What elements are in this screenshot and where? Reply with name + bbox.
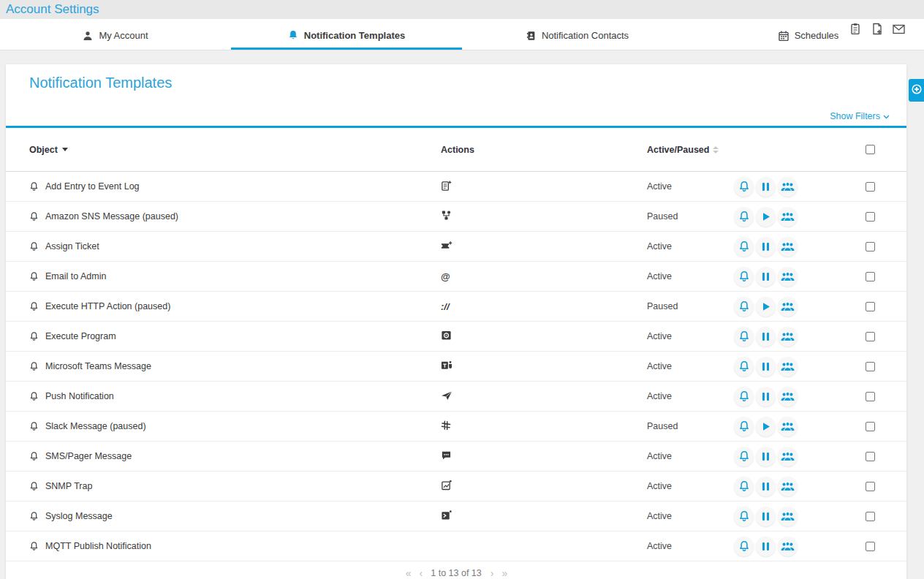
row-checkbox[interactable] — [866, 272, 875, 281]
status-text: Active — [641, 241, 732, 251]
row-checkbox[interactable] — [866, 362, 875, 371]
template-name-cell[interactable]: Execute HTTP Action (paused) — [6, 301, 436, 311]
next-page-button[interactable]: › — [491, 567, 493, 579]
test-notification-button[interactable] — [734, 297, 754, 317]
show-filters-link[interactable]: Show Filters — [830, 111, 890, 121]
bell-outline-icon — [29, 181, 39, 192]
resume-button[interactable] — [756, 207, 776, 227]
test-notification-button[interactable] — [734, 417, 754, 436]
teams-icon — [441, 360, 452, 373]
used-by-button[interactable] — [778, 267, 798, 287]
table-body: Add Entry to Event Log Active Amazon SNS… — [6, 172, 906, 561]
table-row: Syslog Message Active — [6, 502, 906, 531]
row-checkbox[interactable] — [866, 512, 875, 521]
pause-button[interactable] — [756, 327, 776, 347]
table-row: SMS/Pager Message Active — [6, 442, 906, 472]
row-checkbox[interactable] — [866, 302, 875, 311]
row-checkbox[interactable] — [866, 542, 875, 551]
row-checkbox[interactable] — [866, 182, 875, 192]
template-name-cell[interactable]: Execute Program — [6, 331, 436, 341]
resume-button[interactable] — [756, 417, 776, 436]
test-notification-button[interactable] — [734, 447, 754, 466]
column-header-active-paused[interactable]: Active/Paused — [641, 145, 732, 155]
pause-button[interactable] — [756, 477, 776, 496]
add-notification-template-button[interactable] — [909, 79, 924, 102]
template-name-cell[interactable]: Email to Admin — [6, 271, 436, 281]
test-notification-button[interactable] — [734, 507, 754, 526]
row-checkbox[interactable] — [866, 392, 875, 401]
test-notification-button[interactable] — [734, 237, 754, 257]
table-row: Add Entry to Event Log Active — [6, 172, 906, 202]
template-name-cell[interactable]: Assign Ticket — [6, 241, 436, 251]
used-by-button[interactable] — [778, 537, 798, 556]
used-by-button[interactable] — [778, 297, 798, 317]
column-header-object[interactable]: Object — [6, 145, 436, 155]
table-row: MQTT Publish Notification Active — [6, 531, 906, 561]
template-name-cell[interactable]: Amazon SNS Message (paused) — [6, 211, 436, 222]
row-action-buttons — [732, 507, 814, 526]
account-settings-screen: Account Settings My Account Notification… — [0, 0, 924, 579]
row-checkbox[interactable] — [866, 332, 875, 341]
tab-notification-templates[interactable]: Notification Templates — [231, 19, 462, 50]
action-type-cell: @ — [436, 271, 641, 282]
row-checkbox[interactable] — [866, 242, 875, 251]
template-name-cell[interactable]: Push Notification — [6, 391, 436, 401]
snmp-icon — [441, 480, 452, 493]
template-name-cell[interactable]: SNMP Trap — [6, 481, 436, 491]
previous-page-button[interactable]: ‹ — [420, 567, 423, 579]
test-notification-button[interactable] — [734, 327, 754, 347]
pause-button[interactable] — [756, 387, 776, 406]
used-by-button[interactable] — [778, 237, 798, 257]
test-notification-button[interactable] — [734, 267, 754, 287]
used-by-button[interactable] — [778, 177, 798, 197]
pause-button[interactable] — [756, 267, 776, 287]
tab-notification-contacts[interactable]: Notification Contacts — [462, 19, 693, 50]
row-action-buttons — [732, 447, 814, 466]
pause-button[interactable] — [756, 177, 776, 197]
pause-button[interactable] — [756, 237, 776, 257]
test-notification-button[interactable] — [734, 177, 754, 197]
test-notification-button[interactable] — [734, 477, 754, 496]
row-checkbox-cell — [866, 212, 906, 222]
used-by-button[interactable] — [778, 327, 798, 347]
row-checkbox[interactable] — [866, 212, 875, 222]
envelope-icon[interactable] — [893, 23, 905, 35]
pause-button[interactable] — [756, 447, 776, 466]
status-text: Active — [641, 391, 732, 401]
used-by-button[interactable] — [778, 357, 798, 376]
last-page-button[interactable]: » — [501, 567, 507, 579]
row-checkbox[interactable] — [866, 452, 875, 461]
template-name-cell[interactable]: SMS/Pager Message — [6, 451, 436, 461]
pause-button[interactable] — [756, 357, 776, 376]
used-by-button[interactable] — [778, 507, 798, 526]
used-by-button[interactable] — [778, 477, 798, 496]
row-action-buttons — [732, 237, 814, 257]
row-checkbox[interactable] — [866, 482, 875, 491]
template-name-cell[interactable]: MQTT Publish Notification — [6, 541, 436, 551]
template-name-cell[interactable]: Syslog Message — [6, 511, 436, 521]
used-by-button[interactable] — [778, 207, 798, 227]
test-notification-button[interactable] — [734, 207, 754, 227]
template-name-cell[interactable]: Slack Message (paused) — [6, 421, 436, 431]
used-by-button[interactable] — [778, 387, 798, 406]
select-all-checkbox[interactable] — [866, 145, 875, 154]
table-row: Amazon SNS Message (paused) Paused — [6, 202, 906, 232]
resume-button[interactable] — [756, 297, 776, 317]
test-notification-button[interactable] — [734, 387, 754, 406]
test-notification-button[interactable] — [734, 357, 754, 376]
panel-header: Notification Templates Show Filters — [6, 64, 906, 126]
file-plus-icon[interactable] — [871, 23, 883, 35]
row-checkbox[interactable] — [866, 422, 875, 431]
clipboard-icon[interactable] — [849, 23, 861, 35]
template-name: Syslog Message — [45, 511, 113, 521]
used-by-button[interactable] — [778, 417, 798, 436]
first-page-button[interactable]: « — [406, 567, 411, 579]
pause-button[interactable] — [756, 507, 776, 526]
status-text: Active — [641, 181, 732, 192]
template-name-cell[interactable]: Add Entry to Event Log — [6, 181, 436, 192]
pause-button[interactable] — [756, 537, 776, 556]
template-name-cell[interactable]: Microsoft Teams Message — [6, 361, 436, 371]
used-by-button[interactable] — [778, 447, 798, 466]
test-notification-button[interactable] — [734, 537, 754, 556]
tab-my-account[interactable]: My Account — [0, 19, 231, 50]
